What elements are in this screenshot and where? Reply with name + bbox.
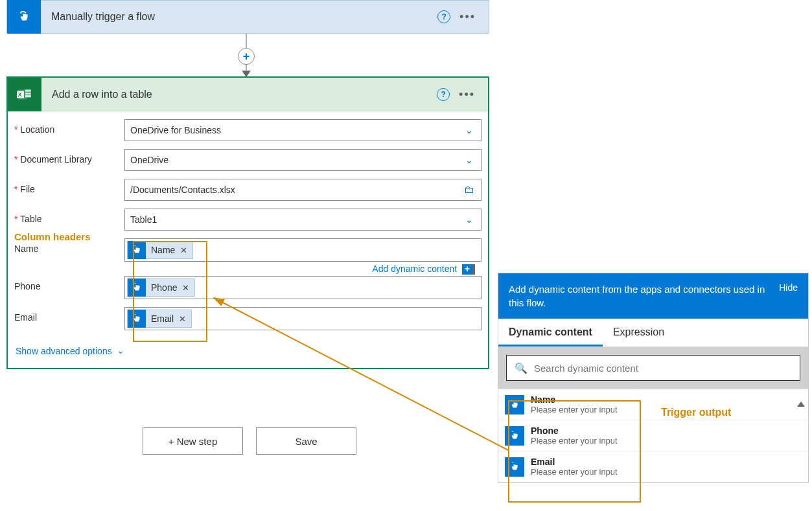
dynamic-token[interactable]: Email ✕ xyxy=(127,310,192,328)
email-label: Email xyxy=(14,307,124,323)
help-icon[interactable]: ? xyxy=(437,88,450,101)
add-dynamic-content-plus-icon[interactable]: + xyxy=(462,264,472,275)
phone-field[interactable]: Phone ✕ xyxy=(124,276,481,299)
name-field[interactable]: Name ✕ xyxy=(124,238,481,262)
tap-icon xyxy=(505,426,524,446)
email-field[interactable]: Email ✕ xyxy=(124,307,481,330)
folder-picker-icon[interactable]: 🗀 xyxy=(463,184,476,196)
location-select[interactable]: OneDrive for Business⌄ xyxy=(124,119,481,141)
trigger-card[interactable]: Manually trigger a flow ? ••• xyxy=(6,0,489,34)
more-icon[interactable]: ••• xyxy=(459,89,475,100)
svg-rect-4 xyxy=(25,92,31,94)
phone-label: Phone xyxy=(14,276,124,291)
tap-icon xyxy=(505,457,524,477)
tap-icon xyxy=(128,310,146,328)
tap-icon xyxy=(128,241,146,259)
dynamic-panel-header: Add dynamic content from the apps and co… xyxy=(509,282,766,310)
more-icon[interactable]: ••• xyxy=(459,11,476,23)
action-title: Add a row into a table xyxy=(41,89,437,100)
dynamic-content-panel: Add dynamic content from the apps and co… xyxy=(498,273,809,483)
dynamic-search[interactable]: 🔍 xyxy=(506,355,800,381)
search-icon: 🔍 xyxy=(515,362,528,374)
dynamic-search-input[interactable] xyxy=(534,363,792,374)
file-input[interactable]: /Documents/Contacts.xlsx🗀 xyxy=(124,179,481,201)
svg-rect-5 xyxy=(25,95,31,97)
tap-icon xyxy=(128,278,146,297)
table-label: Table xyxy=(14,209,124,224)
remove-token-icon[interactable]: ✕ xyxy=(180,245,192,255)
action-card: X Add a row into a table ? ••• Location … xyxy=(6,76,489,369)
library-label: Document Library xyxy=(14,149,124,165)
dynamic-item[interactable]: NamePlease enter your input xyxy=(498,389,808,420)
svg-rect-3 xyxy=(25,89,31,91)
chevron-down-icon: ⌄ xyxy=(117,346,124,356)
remove-token-icon[interactable]: ✕ xyxy=(179,314,191,324)
name-label: Name xyxy=(14,238,124,254)
dynamic-item[interactable]: EmailPlease enter your input xyxy=(498,451,808,483)
tap-icon xyxy=(505,395,524,414)
chevron-down-icon: ⌄ xyxy=(463,214,476,225)
save-button[interactable]: Save xyxy=(256,427,356,455)
excel-icon: X xyxy=(8,78,41,111)
remove-token-icon[interactable]: ✕ xyxy=(182,283,194,293)
scroll-up-icon[interactable] xyxy=(797,402,805,407)
location-label: Location xyxy=(14,119,124,135)
chevron-down-icon: ⌄ xyxy=(463,125,476,135)
new-step-button[interactable]: + New step xyxy=(143,427,243,455)
svg-text:X: X xyxy=(18,91,22,98)
trigger-icon xyxy=(7,0,41,34)
add-dynamic-content-link[interactable]: Add dynamic content xyxy=(372,264,457,274)
show-advanced-options-link[interactable]: Show advanced options ⌄ xyxy=(8,338,488,368)
dynamic-item[interactable]: PhonePlease enter your input xyxy=(498,420,808,451)
action-header[interactable]: X Add a row into a table ? ••• xyxy=(8,78,488,111)
tab-expression[interactable]: Expression xyxy=(603,319,675,346)
dynamic-token[interactable]: Name ✕ xyxy=(127,241,193,259)
help-icon[interactable]: ? xyxy=(437,10,450,23)
library-select[interactable]: OneDrive⌄ xyxy=(124,149,481,171)
file-label: File xyxy=(14,179,124,194)
chevron-down-icon: ⌄ xyxy=(463,155,476,165)
tab-dynamic-content[interactable]: Dynamic content xyxy=(498,319,603,346)
dynamic-token[interactable]: Phone ✕ xyxy=(127,278,195,297)
trigger-title: Manually trigger a flow xyxy=(41,11,437,23)
hide-button[interactable]: Hide xyxy=(779,282,798,293)
table-select[interactable]: Table1⌄ xyxy=(124,209,481,231)
add-step-inline-button[interactable]: + xyxy=(238,48,255,65)
